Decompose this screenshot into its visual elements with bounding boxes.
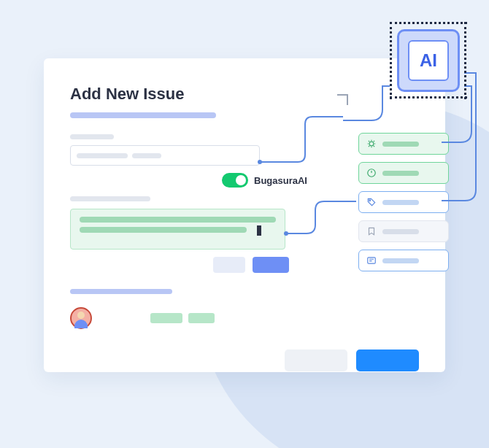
ai-toggle[interactable] [222,173,248,188]
bookmark-icon [366,226,377,236]
tag-chip[interactable] [188,313,215,323]
suggestion-pill-list[interactable] [358,250,449,271]
page-title: Add New Issue [70,85,419,104]
issue-title-input[interactable] [70,145,260,166]
secondary-action-button[interactable] [213,257,245,273]
primary-action-button[interactable] [253,257,289,273]
field-label-skeleton [70,134,114,139]
field-label-skeleton [70,196,150,201]
text-cursor [257,225,261,236]
ai-toggle-label: BugasuraAI [254,175,307,186]
title-accent [70,112,216,118]
suggestion-pill-tag[interactable] [358,191,449,213]
assignee-avatar[interactable] [70,307,92,329]
suggestion-pill-bookmark[interactable] [358,220,449,242]
svg-point-2 [369,200,371,201]
ai-description-textarea[interactable] [70,209,285,250]
assignee-label-skeleton [70,289,172,294]
cancel-button[interactable] [285,349,347,371]
svg-point-0 [369,142,374,146]
toggle-knob [236,175,246,185]
ai-chip-label: AI [408,40,449,81]
alert-circle-icon [366,168,377,178]
ai-suggestion-list [358,133,449,271]
list-icon [366,255,377,266]
submit-button[interactable] [356,349,419,371]
bug-icon [366,139,377,149]
ai-processor-chip: AI [390,22,467,99]
tag-icon [366,197,377,207]
suggestion-pill-alert[interactable] [358,162,449,184]
tag-chip[interactable] [150,313,182,323]
suggestion-pill-bug[interactable] [358,133,449,155]
